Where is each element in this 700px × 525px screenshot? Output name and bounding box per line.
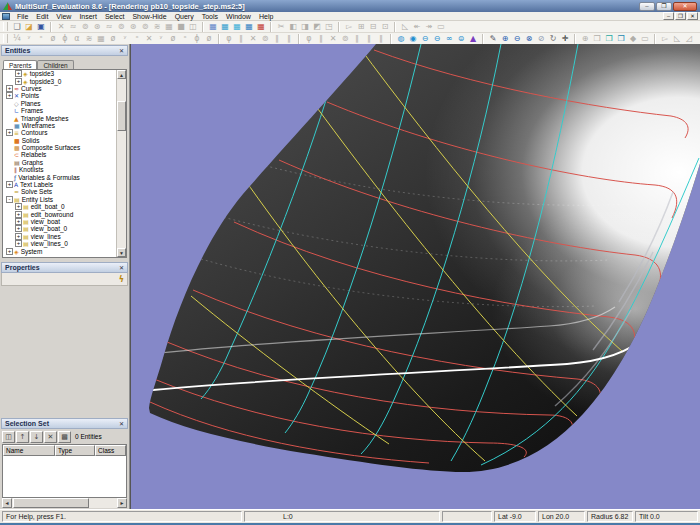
- collapse-icon[interactable]: -: [6, 196, 13, 203]
- zoom-out-icon[interactable]: ⊖: [511, 33, 523, 44]
- perspective-view-icon[interactable]: ▲: [467, 33, 479, 44]
- menu-window[interactable]: Window: [222, 13, 255, 20]
- selection-list-icon[interactable]: ◫: [2, 431, 15, 443]
- menu-help[interactable]: Help: [255, 13, 277, 20]
- tree-item-view_boat[interactable]: +▤view_boat: [3, 218, 116, 225]
- view-window-3-icon[interactable]: ▦: [231, 21, 243, 32]
- tree-item-wireframes[interactable]: ▦Wireframes: [3, 122, 116, 129]
- hscroll-track[interactable]: [12, 498, 117, 508]
- column-header-class[interactable]: Class: [95, 445, 126, 456]
- scroll-right-icon[interactable]: ►: [117, 498, 127, 508]
- expand-icon[interactable]: +: [15, 211, 22, 218]
- plan-view-icon[interactable]: ⊖: [419, 33, 431, 44]
- tab-parents[interactable]: Parents: [3, 60, 37, 69]
- shaded-mode-icon[interactable]: ❒: [603, 33, 615, 44]
- tree-item-points[interactable]: +✕Points: [3, 92, 116, 99]
- tree-item-contours[interactable]: +≡Contours: [3, 129, 116, 136]
- mdi-minimize-button[interactable]: –: [663, 12, 674, 20]
- tree-item-planes[interactable]: ◇Planes: [3, 100, 116, 107]
- rotate-view-icon[interactable]: ↻: [547, 33, 559, 44]
- expand-icon[interactable]: +: [6, 92, 13, 99]
- tree-item-composite-surfaces[interactable]: ▩Composite Surfaces: [3, 144, 116, 151]
- expand-icon[interactable]: +: [15, 78, 22, 85]
- expand-icon[interactable]: +: [15, 203, 22, 210]
- column-header-name[interactable]: Name: [3, 445, 55, 456]
- tree-item-edit_bowround[interactable]: +▤edit_bowround: [3, 210, 116, 217]
- tree-item-relabels[interactable]: ⊂Relabels: [3, 151, 116, 158]
- properties-close-icon[interactable]: ✕: [119, 264, 124, 271]
- scroll-left-icon[interactable]: ◄: [2, 498, 12, 508]
- minimize-button[interactable]: –: [639, 2, 655, 11]
- tree-item-system[interactable]: +◈System: [3, 247, 116, 254]
- tree-item-solve-sets[interactable]: =Solve Sets: [3, 188, 116, 195]
- zoom-in-icon[interactable]: ⊕: [499, 33, 511, 44]
- menu-edit[interactable]: Edit: [32, 13, 52, 20]
- menu-view[interactable]: View: [52, 13, 75, 20]
- scroll-down-icon[interactable]: ▼: [117, 248, 126, 257]
- entity-tree-scrollbar[interactable]: ▲ ▼: [116, 70, 126, 257]
- tab-children[interactable]: Children: [37, 60, 73, 69]
- render-viewport[interactable]: [130, 44, 700, 509]
- mdi-restore-button[interactable]: ❐: [675, 12, 686, 20]
- move-down-icon[interactable]: ↓: [30, 431, 43, 443]
- back-view-icon[interactable]: ⊜: [455, 33, 467, 44]
- expand-icon[interactable]: +: [6, 248, 13, 255]
- tree-item-triangle-meshes[interactable]: ▲Triangle Meshes: [3, 114, 116, 121]
- tree-item-text-labels[interactable]: +AText Labels: [3, 181, 116, 188]
- expand-icon[interactable]: +: [15, 218, 22, 225]
- selection-hscrollbar[interactable]: ◄ ►: [2, 498, 127, 508]
- all-views-icon[interactable]: ∞: [443, 33, 455, 44]
- key-icon[interactable]: ϟ: [119, 275, 124, 284]
- expand-icon[interactable]: +: [15, 240, 22, 247]
- tree-item-edit_boat_0[interactable]: +▤edit_boat_0: [3, 203, 116, 210]
- open-file-icon[interactable]: ◪: [23, 21, 35, 32]
- tree-item-variables-formulas[interactable]: ƒVariables & Formulas: [3, 173, 116, 180]
- select-all-icon[interactable]: ▩: [58, 431, 71, 443]
- profile-view-icon[interactable]: ⊖: [431, 33, 443, 44]
- render-window-icon[interactable]: ▦: [255, 21, 267, 32]
- tree-item-view_boat_0[interactable]: +▤view_boat_0: [3, 225, 116, 232]
- front-view-icon[interactable]: ◉: [407, 33, 419, 44]
- menu-file[interactable]: File: [13, 13, 32, 20]
- maximize-button[interactable]: ❐: [656, 2, 672, 11]
- zoom-previous-icon[interactable]: ⊘: [535, 33, 547, 44]
- delete-selection-icon[interactable]: ✕: [44, 431, 57, 443]
- toolbar-grip[interactable]: [3, 34, 8, 43]
- document-icon[interactable]: [2, 13, 10, 20]
- menu-select[interactable]: Select: [101, 13, 128, 20]
- scroll-track[interactable]: [117, 79, 126, 248]
- expand-icon[interactable]: +: [6, 181, 13, 188]
- expand-icon[interactable]: +: [15, 225, 22, 232]
- expand-icon[interactable]: +: [6, 129, 13, 136]
- expand-icon[interactable]: +: [6, 85, 13, 92]
- toolbar-grip[interactable]: [3, 22, 8, 31]
- expand-icon[interactable]: +: [15, 70, 22, 77]
- tree-item-view_lines[interactable]: +▤view_lines: [3, 233, 116, 240]
- selection-close-icon[interactable]: ✕: [119, 420, 124, 427]
- tree-item-topside3_0[interactable]: +◈topside3_0: [3, 77, 116, 84]
- tree-item-frames[interactable]: ∟Frames: [3, 107, 116, 114]
- hscroll-thumb[interactable]: [13, 498, 89, 508]
- new-file-icon[interactable]: ❑: [11, 21, 23, 32]
- body-view-icon[interactable]: ◍: [395, 33, 407, 44]
- tree-item-view_lines_0[interactable]: +▤view_lines_0: [3, 240, 116, 247]
- tree-item-entity-lists[interactable]: -▤Entity Lists: [3, 196, 116, 203]
- view-window-4-icon[interactable]: ▦: [243, 21, 255, 32]
- expand-icon[interactable]: +: [15, 233, 22, 240]
- zoom-window-icon[interactable]: ⊗: [523, 33, 535, 44]
- move-up-icon[interactable]: ↑: [16, 431, 29, 443]
- menu-query[interactable]: Query: [171, 13, 198, 20]
- tree-item-graphs[interactable]: ▤Graphs: [3, 159, 116, 166]
- column-header-type[interactable]: Type: [55, 445, 95, 456]
- menu-insert[interactable]: Insert: [75, 13, 101, 20]
- menu-show-hide[interactable]: Show-Hide: [128, 13, 170, 20]
- scroll-thumb[interactable]: [117, 101, 126, 131]
- entities-close-icon[interactable]: ✕: [119, 47, 124, 54]
- close-button[interactable]: ✕: [673, 2, 697, 11]
- view-window-2-icon[interactable]: ▦: [219, 21, 231, 32]
- scroll-up-icon[interactable]: ▲: [117, 70, 126, 79]
- tree-item-topside3[interactable]: +◈topside3: [3, 70, 116, 77]
- mdi-close-button[interactable]: ✕: [687, 12, 698, 20]
- menu-tools[interactable]: Tools: [198, 13, 222, 20]
- sketch-tool-icon[interactable]: ✎: [487, 33, 499, 44]
